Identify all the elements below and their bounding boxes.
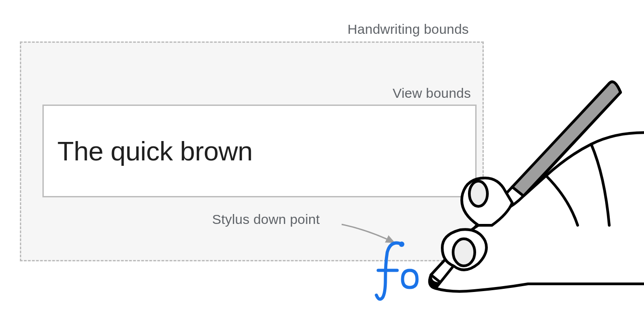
- diagram-canvas: Handwriting bounds View bounds The quick…: [0, 0, 644, 310]
- handwriting-bounds-label: Handwriting bounds: [347, 22, 469, 37]
- view-bounds-box[interactable]: The quick brown: [42, 105, 477, 197]
- stylus-down-point-label: Stylus down point: [212, 212, 320, 227]
- stylus-down-point-dot: [399, 242, 404, 247]
- view-bounds-label: View bounds: [393, 86, 471, 101]
- input-text: The quick brown: [57, 136, 253, 167]
